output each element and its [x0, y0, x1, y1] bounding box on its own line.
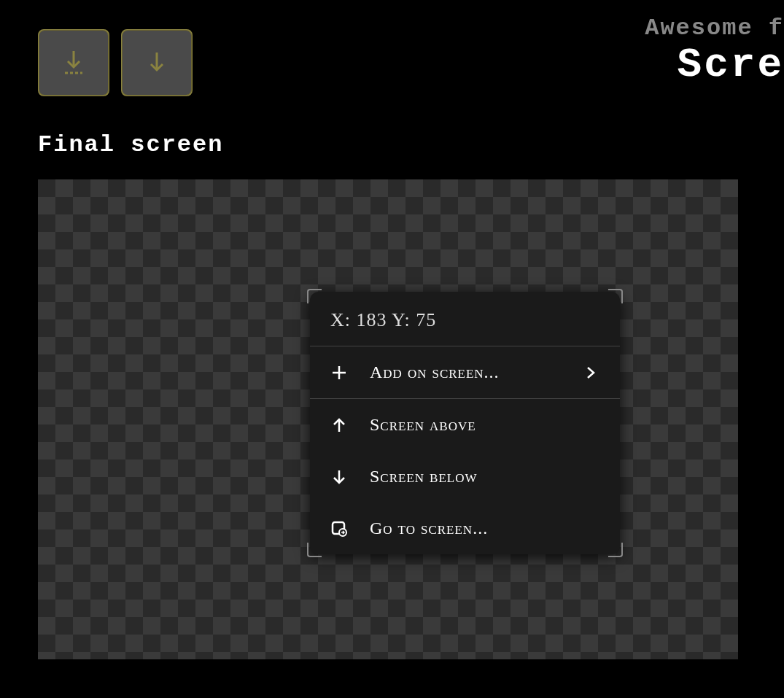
menu-item-go-to-screen[interactable]: Go to screen...: [310, 503, 620, 554]
header-subtitle: Awesome f: [645, 15, 784, 42]
menu-item-label: Add on screen...: [370, 362, 563, 382]
menu-item-screen-below[interactable]: Screen below: [310, 451, 620, 503]
header: Awesome f Scre: [645, 15, 784, 88]
menu-item-label: Screen below: [370, 467, 599, 486]
menu-item-label: Screen above: [370, 415, 599, 435]
context-menu: X: 183 Y: 75 Add on screen... Screen abo…: [310, 292, 620, 554]
download-to-line-button[interactable]: [38, 29, 109, 96]
download-to-line-icon: [61, 48, 87, 77]
toolbar: [38, 29, 193, 96]
screen-goto-icon: [330, 520, 348, 538]
header-title: Scre: [645, 42, 784, 88]
download-button[interactable]: [121, 29, 193, 96]
plus-icon: [330, 364, 348, 381]
arrow-down-icon: [330, 468, 348, 486]
corner-decoration: [608, 289, 623, 303]
chevron-right-icon: [585, 365, 599, 380]
menu-item-label: Go to screen...: [370, 519, 599, 538]
coordinates-display: X: 183 Y: 75: [310, 292, 620, 346]
menu-item-add-on-screen[interactable]: Add on screen...: [310, 346, 620, 399]
arrow-down-icon: [144, 48, 170, 77]
section-title: Final screen: [38, 131, 223, 158]
corner-decoration: [307, 289, 322, 303]
arrow-up-icon: [330, 416, 348, 434]
menu-item-screen-above[interactable]: Screen above: [310, 399, 620, 451]
